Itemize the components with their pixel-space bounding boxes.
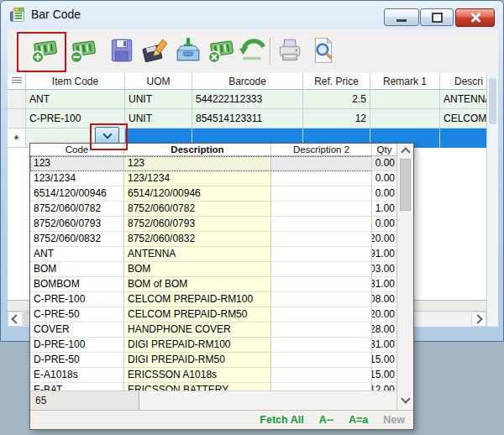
- lookup-row[interactable]: D-PRE-50 DIGI PREPAID-RM50 15.00: [30, 353, 396, 368]
- fetch-all-button[interactable]: Fetch All: [260, 414, 303, 426]
- import-button[interactable]: [173, 35, 203, 66]
- row-selector[interactable]: [8, 109, 26, 128]
- lookup-cell-code: E-A1018s: [30, 368, 124, 383]
- lookup-row[interactable]: 8752/060/0793 8752/060/0793 0.00: [30, 217, 396, 232]
- lookup-scroll-up-button[interactable]: [397, 144, 413, 157]
- screen: Bar Code: [0, 0, 504, 435]
- lookup-cell-code: C-PRE-50: [30, 307, 124, 322]
- edit-button[interactable]: [140, 35, 171, 66]
- cell-item-code[interactable]: ANT: [26, 90, 125, 109]
- row-selector-header[interactable]: [8, 73, 26, 90]
- lookup-cell-qty: 20.00: [372, 232, 396, 247]
- lookup-cell-qty: 1.00: [372, 202, 396, 217]
- toolbar: [8, 29, 498, 74]
- lookup-row[interactable]: E-BAT ERICSSON BATTERY 12.00: [30, 383, 396, 390]
- lookup-row[interactable]: C-PRE-100 CELCOM PREPAID-RM100 -408.00: [30, 292, 396, 307]
- remove-button[interactable]: [68, 35, 98, 66]
- lookup-row[interactable]: 8752/060/0832 8752/060/0832 20.00: [30, 232, 396, 247]
- annotation-highlight-dropdown-button: [90, 123, 128, 150]
- maximize-button[interactable]: [420, 8, 454, 26]
- lookup-cell-description: HANDPHONE COVER: [124, 322, 271, 338]
- column-header-barcode[interactable]: Barcode: [192, 73, 303, 90]
- lookup-row[interactable]: 123/1234 123/1234 0.00: [30, 171, 396, 186]
- lookup-header-description2[interactable]: Description 2: [271, 144, 372, 155]
- column-header-ref-price[interactable]: Ref. Price: [303, 73, 370, 90]
- lookup-cell-description2: [271, 383, 372, 390]
- lookup-row[interactable]: BOM BOM 303.00: [30, 262, 396, 277]
- vertical-scrollbar[interactable]: [486, 73, 498, 327]
- lookup-cell-description: BOM: [124, 262, 271, 277]
- lookup-row[interactable]: 123 123 0.00: [30, 156, 396, 171]
- preview-button[interactable]: [308, 35, 339, 66]
- cell-remark1[interactable]: [370, 109, 440, 128]
- lookup-cell-description2: [271, 217, 372, 232]
- cell-barcode[interactable]: 854514123311: [192, 109, 303, 128]
- lookup-cell-qty: 15.00: [372, 353, 396, 368]
- lookup-cell-qty: 303.00: [372, 262, 396, 277]
- column-header-uom[interactable]: UOM: [125, 73, 192, 90]
- save-icon: [107, 35, 137, 66]
- lookup-row[interactable]: COVER HANDPHONE COVER -1,428.00: [30, 322, 396, 338]
- lookup-cell-description2: [271, 156, 372, 171]
- app-icon: [9, 7, 26, 24]
- cell-ref-price[interactable]: 12: [303, 109, 370, 128]
- grid-row-ant[interactable]: ANT UNIT 544222112333 2.5 ANTENNA: [8, 90, 486, 109]
- lookup-row[interactable]: C-PRE-50 CELCOM PREPAID-RM50 20.00: [30, 307, 396, 322]
- chevron-left-icon: [11, 314, 20, 323]
- lookup-row[interactable]: ANT ANTENNA -7,291.00: [30, 247, 396, 262]
- lookup-row[interactable]: E-A1018s ERICSSON A1018s 15.00: [30, 368, 396, 383]
- lookup-cell-description: DIGI PREPAID-RM100: [124, 338, 271, 353]
- cell-barcode[interactable]: 544222112333: [192, 90, 303, 109]
- title-bar[interactable]: Bar Code: [1, 1, 503, 29]
- undo-button[interactable]: [238, 35, 268, 66]
- lookup-row[interactable]: D-PRE-100 DIGI PREPAID-RM100 31.00: [30, 338, 396, 353]
- cell-uom[interactable]: UNIT: [125, 109, 192, 128]
- print-button[interactable]: [275, 35, 305, 66]
- new-button[interactable]: New: [383, 414, 405, 426]
- scroll-right-button[interactable]: [471, 312, 486, 327]
- minimize-icon: [396, 19, 407, 22]
- lookup-cell-code: BOMBOM: [30, 277, 124, 292]
- grid-row-c-pre-100[interactable]: C-PRE-100 UNIT 854514123311 12 CELCOM PR…: [8, 109, 486, 128]
- lookup-header-qty[interactable]: Qty: [372, 144, 396, 155]
- lookup-header-description[interactable]: Description: [124, 144, 271, 155]
- lookup-row[interactable]: BOMBOM BOM of BOM 31.00: [30, 277, 396, 292]
- cell-ref-price[interactable]: 2.5: [303, 90, 370, 109]
- lookup-cell-description2: [271, 186, 372, 202]
- column-header-description[interactable]: Descri: [440, 73, 486, 90]
- lookup-cell-description2: [271, 262, 372, 277]
- lookup-scrollbar[interactable]: [396, 144, 413, 410]
- close-button[interactable]: [455, 8, 495, 27]
- scroll-left-button[interactable]: [8, 312, 23, 327]
- cell-description[interactable]: ANTENNA: [440, 90, 486, 109]
- lookup-cell-qty: 0.00: [372, 186, 396, 202]
- cancel-button[interactable]: [206, 35, 236, 66]
- lookup-cell-qty: 12.00: [372, 383, 396, 390]
- lookup-row[interactable]: 8752/060/0782 8752/060/0782 1.00: [30, 202, 396, 217]
- lookup-cell-code: 6514/120/00946: [30, 186, 124, 202]
- cell-uom[interactable]: UNIT: [125, 90, 192, 109]
- annotation-highlight-add-button: [17, 32, 66, 72]
- a-dash-button[interactable]: A--: [319, 414, 333, 426]
- lookup-scroll-down-button[interactable]: [397, 390, 413, 410]
- column-header-remark1[interactable]: Remark 1: [370, 73, 440, 90]
- lookup-count-row: 65: [30, 390, 396, 410]
- cell-description[interactable]: CELCOM PREPA: [440, 109, 486, 128]
- column-header-item-code[interactable]: Item Code: [26, 73, 125, 90]
- new-row-selected-cell[interactable]: [440, 128, 486, 148]
- save-button[interactable]: [107, 35, 137, 66]
- lookup-scroll-thumb[interactable]: [400, 159, 411, 211]
- minimize-button[interactable]: [384, 8, 419, 26]
- vertical-scroll-thumb[interactable]: [489, 78, 496, 124]
- lookup-cell-qty: 0.00: [372, 217, 396, 232]
- cell-remark1[interactable]: [370, 90, 440, 109]
- lookup-row[interactable]: 6514/120/00946 6514/120/00946 0.00: [30, 186, 396, 202]
- lookup-cell-code: E-BAT: [30, 383, 124, 390]
- row-selector[interactable]: [8, 90, 26, 109]
- lookup-cell-description: BOM of BOM: [124, 277, 271, 292]
- lookup-cell-code: C-PRE-100: [30, 292, 124, 307]
- lookup-cell-description2: [271, 232, 372, 247]
- a-equals-button[interactable]: A=a: [349, 414, 368, 426]
- cancel-icon: [206, 35, 236, 66]
- lookup-cell-code: ANT: [30, 247, 124, 262]
